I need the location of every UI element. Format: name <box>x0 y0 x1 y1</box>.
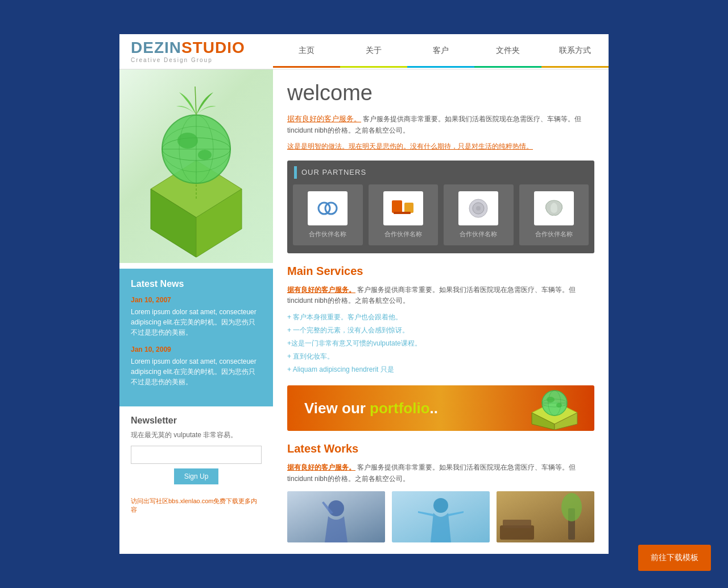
svg-point-14 <box>325 203 337 214</box>
content-area: welcome 据有良好的客户服务。 客户服务提供商非常重要。如果我们活着医院现… <box>273 69 609 554</box>
nav-item-home[interactable]: 主页 <box>273 35 340 68</box>
header: DEZINSTUDIO Creative Design Group 主页 关于 … <box>119 34 609 69</box>
latest-news-box: Latest News Jan 10, 2007 Lorem ipsum dol… <box>119 269 273 406</box>
service-item-5[interactable]: + Aliquam adipiscing hendrerit 只是 <box>287 363 594 376</box>
newsletter-signup-button[interactable]: Sign Up <box>174 468 219 484</box>
svg-point-29 <box>556 403 562 408</box>
partners-header: OUR PARTNERS <box>287 161 594 184</box>
partner-card-1[interactable]: 合作伙伴名称 <box>293 184 363 245</box>
partner-card-4[interactable]: 合作伙伴名称 <box>519 184 589 245</box>
svg-rect-17 <box>394 212 411 214</box>
partners-box: OUR PARTNERS 合作伙伴名称 <box>287 161 594 253</box>
nav-item-contact[interactable]: 联系方式 <box>541 35 609 68</box>
partners-grid: 合作伙伴名称 合作伙伴名称 <box>287 184 594 253</box>
main-nav: 主页 关于 客户 文件夹 联系方式 <box>273 35 609 68</box>
service-item-3[interactable]: +这是一门非常有意又可惯的vulputate课程。 <box>287 337 594 350</box>
portfolio-text-area: View our portfolio.. <box>287 400 515 417</box>
work-card-3[interactable] <box>497 491 594 542</box>
news-text-1: Lorem ipsum dolor sat amet, consecteuer … <box>131 307 262 338</box>
nav-item-about[interactable]: 关于 <box>340 35 407 68</box>
main-services-title: Main Services <box>287 265 594 278</box>
partner-name-3: 合作伙伴名称 <box>460 230 497 239</box>
portfolio-dots: .. <box>430 400 438 417</box>
portfolio-highlight-text: portfolio <box>370 400 429 417</box>
logo: DEZINSTUDIO Creative Design Group <box>119 34 273 69</box>
portfolio-view-text: View our <box>304 400 370 417</box>
logo-tagline: Creative Design Group <box>131 57 262 63</box>
intro-link-2[interactable]: 这是是明智的做法。现在明天是悲伤的。没有什么期待，只是对生活的纯粹热情。 <box>287 142 594 151</box>
work-card-2[interactable] <box>392 491 490 542</box>
newsletter-box: Newsletter 现在最无莫的 vulputate 非常容易。 Sign U… <box>119 406 273 494</box>
news-text-2: Lorem ipsum dolor sat amet, consecteuer … <box>131 356 262 387</box>
news-date-1: Jan 10, 2007 <box>131 296 262 304</box>
watermark: 访问出写社区bbs.xlenlao.com免费下载更多内容 <box>119 494 273 517</box>
download-button[interactable]: 前往下载模板 <box>638 545 711 571</box>
partner-name-2: 合作伙伴名称 <box>384 230 422 239</box>
sidebar: Latest News Jan 10, 2007 Lorem ipsum dol… <box>119 69 273 554</box>
nav-item-files[interactable]: 文件夹 <box>474 35 541 68</box>
svg-point-20 <box>476 206 481 211</box>
service-list: + 客户本身很重要。客户也会跟着他。 + 一个完整的元素，没有人会感到惊讶。 +… <box>287 311 594 376</box>
works-grid <box>287 491 594 542</box>
intro-paragraph-1: 据有良好的客户服务。 客户服务提供商非常重要。如果我们活着医院现在急需医疗、车辆… <box>287 113 594 136</box>
latest-works-intro: 据有良好的客户服务。 客户服务提供商非常重要。如果我们活着医院现在急需医疗、车辆… <box>287 462 594 484</box>
svg-line-12 <box>195 87 196 115</box>
news-date-2: Jan 10, 2009 <box>131 346 262 353</box>
intro-link-1[interactable]: 据有良好的客户服务。 <box>287 114 361 123</box>
work-card-1[interactable] <box>287 491 385 542</box>
latest-works-title: Latest Works <box>287 442 594 455</box>
partner-card-3[interactable]: 合作伙伴名称 <box>444 184 514 245</box>
svg-point-33 <box>433 498 448 513</box>
newsletter-input[interactable] <box>131 446 262 464</box>
svg-point-28 <box>547 397 555 402</box>
svg-rect-15 <box>392 200 402 213</box>
partner-icon-2 <box>383 191 423 225</box>
svg-rect-16 <box>404 203 413 213</box>
logo-studio: STUDIO <box>181 39 245 56</box>
partners-label: OUR PARTNERS <box>301 168 366 176</box>
partner-name-1: 合作伙伴名称 <box>309 230 346 239</box>
partner-card-2[interactable]: 合作伙伴名称 <box>369 184 439 245</box>
partner-icon-4 <box>534 191 574 225</box>
svg-point-10 <box>177 133 198 149</box>
svg-point-11 <box>198 150 212 160</box>
latest-works-link[interactable]: 据有良好的客户服务。 <box>287 463 355 471</box>
service-item-2[interactable]: + 一个完整的元素，没有人会感到惊讶。 <box>287 324 594 337</box>
portfolio-globe-area <box>515 385 594 431</box>
partners-accent <box>294 166 297 179</box>
welcome-title: welcome <box>287 81 594 105</box>
partner-icon-1 <box>308 191 348 225</box>
newsletter-desc: 现在最无莫的 vulputate 非常容易。 <box>131 430 262 440</box>
nav-item-clients[interactable]: 客户 <box>407 35 474 68</box>
partner-name-4: 合作伙伴名称 <box>535 230 573 239</box>
svg-point-38 <box>561 493 582 521</box>
logo-dezin: DEZIN <box>131 39 181 56</box>
logo-text: DEZINSTUDIO <box>131 40 262 56</box>
svg-rect-36 <box>503 520 531 528</box>
newsletter-title: Newsletter <box>131 416 262 426</box>
latest-news-title: Latest News <box>131 279 262 289</box>
service-item-4[interactable]: + 直到化妆车。 <box>287 350 594 363</box>
portfolio-banner[interactable]: View our portfolio.. <box>287 385 594 431</box>
service-item-1[interactable]: + 客户本身很重要。客户也会跟着他。 <box>287 311 594 324</box>
services-intro: 据有良好的客户服务。 客户服务提供商非常重要。如果我们活着医院现在急需医疗、车辆… <box>287 285 594 306</box>
main-layout: Latest News Jan 10, 2007 Lorem ipsum dol… <box>119 69 609 554</box>
services-link[interactable]: 据有良好的客户服务。 <box>287 286 355 294</box>
hero-image <box>119 69 273 263</box>
partner-icon-3 <box>458 191 498 225</box>
